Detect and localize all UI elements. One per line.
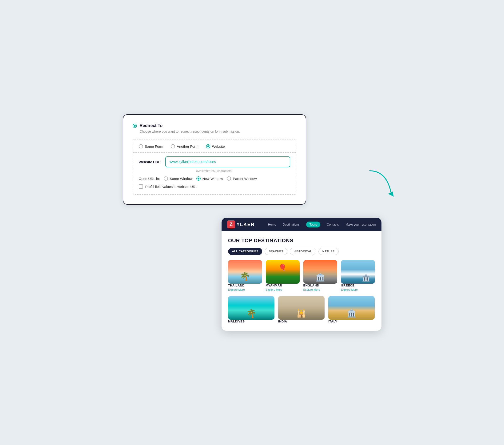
website-radio[interactable] <box>206 144 210 148</box>
dest-italy-name: ITALY <box>328 320 375 323</box>
logo: Z YLKER <box>227 220 255 228</box>
new-window-label: New Window <box>202 177 223 181</box>
prefill-row[interactable]: Prefill field values in website URL <box>139 184 290 189</box>
open-url-label: Open URL in: <box>139 177 160 181</box>
dest-maldives-img <box>228 296 274 320</box>
parent-window-radio[interactable] <box>227 177 231 181</box>
dest-india-name: INDIA <box>278 320 324 323</box>
redirect-desc: Choose where you want to redirect respon… <box>140 130 296 133</box>
redirect-title: Redirect To <box>140 123 163 128</box>
destinations-bottom-grid: MALDIVES INDIA ITALY <box>228 296 375 324</box>
dest-greece-img <box>341 260 375 284</box>
cat-beaches[interactable]: BEACHES <box>265 248 287 255</box>
nav-tours[interactable]: Tours <box>306 222 320 228</box>
dest-maldives-name: MALDIVES <box>228 320 274 323</box>
redirect-radio[interactable] <box>133 124 137 128</box>
divider <box>133 152 296 153</box>
nav-home[interactable]: Home <box>268 223 276 226</box>
navbar: Z YLKER Home Destinations Tours Contacts… <box>221 218 381 231</box>
nav-destinations[interactable]: Destinations <box>283 223 300 226</box>
form-card: Redirect To Choose where you want to red… <box>123 114 306 205</box>
cat-nature[interactable]: NATURE <box>318 248 339 255</box>
url-max-chars: (Maximum 250 characters) <box>139 169 290 173</box>
another-form-option[interactable]: Another Form <box>171 144 198 148</box>
same-form-radio[interactable] <box>139 144 143 148</box>
dest-greece-explore[interactable]: Explore More <box>341 288 375 291</box>
website-card: Z YLKER Home Destinations Tours Contacts… <box>221 218 381 331</box>
dest-england-name: ENGLAND <box>303 284 337 287</box>
dest-england: ENGLAND Explore More <box>303 260 337 291</box>
url-row: Website URL: <box>139 156 290 167</box>
scene: Redirect To Choose where you want to red… <box>123 114 381 331</box>
dest-thailand-name: THAILAND <box>228 284 262 287</box>
section-title: OUR TOP DESTINATIONS <box>228 238 375 244</box>
dest-maldives: MALDIVES <box>228 296 274 324</box>
same-window-option[interactable]: Same Window <box>164 177 193 181</box>
same-form-option[interactable]: Same Form <box>139 144 163 148</box>
redirect-arrow <box>367 166 396 199</box>
logo-name: YLKER <box>237 222 255 227</box>
dest-myanmar: MYANMAR Explore More <box>266 260 300 291</box>
same-window-radio[interactable] <box>164 177 168 181</box>
dest-thailand: THAILAND Explore More <box>228 260 262 291</box>
dest-myanmar-name: MYANMAR <box>266 284 300 287</box>
redirect-options-section: Same Form Another Form Website Website U… <box>133 139 296 195</box>
parent-window-option[interactable]: Parent Window <box>227 177 257 181</box>
dest-thailand-img <box>228 260 262 284</box>
url-input[interactable] <box>165 156 290 167</box>
prefill-checkbox[interactable] <box>139 184 143 189</box>
nav-links: Home Destinations Tours Contacts Make yo… <box>268 222 376 228</box>
dest-india-img <box>278 296 324 320</box>
dest-italy-img <box>328 296 375 320</box>
cat-historical[interactable]: HISTORICAL <box>290 248 316 255</box>
dest-england-explore[interactable]: Explore More <box>303 288 337 291</box>
dest-italy: ITALY <box>328 296 375 324</box>
prefill-label: Prefill field values in website URL <box>145 185 198 189</box>
website-option[interactable]: Website <box>206 144 225 148</box>
dest-greece-name: GREECE <box>341 284 375 287</box>
nav-reservation[interactable]: Make your reservation <box>345 223 376 226</box>
website-label: Website <box>212 144 225 148</box>
cat-all[interactable]: ALL CATEGORIES <box>228 248 262 255</box>
parent-window-label: Parent Window <box>233 177 257 181</box>
form-type-radio-group: Same Form Another Form Website <box>139 144 290 148</box>
another-form-radio[interactable] <box>171 144 175 148</box>
dest-greece: GREECE Explore More <box>341 260 375 291</box>
same-window-label: Same Window <box>170 177 193 181</box>
dest-thailand-explore[interactable]: Explore More <box>228 288 262 291</box>
open-url-row: Open URL in: Same Window New Window Pare… <box>139 177 290 181</box>
new-window-radio[interactable] <box>196 177 201 181</box>
dest-india: INDIA <box>278 296 324 324</box>
dest-myanmar-img <box>266 260 300 284</box>
same-form-label: Same Form <box>145 144 163 148</box>
dest-myanmar-explore[interactable]: Explore More <box>266 288 300 291</box>
nav-contacts[interactable]: Contacts <box>327 223 339 226</box>
new-window-option[interactable]: New Window <box>196 177 223 181</box>
category-buttons: ALL CATEGORIES BEACHES HISTORICAL NATURE <box>228 248 375 255</box>
another-form-label: Another Form <box>177 144 198 148</box>
dest-england-img <box>303 260 337 284</box>
main-content: OUR TOP DESTINATIONS ALL CATEGORIES BEAC… <box>221 231 381 331</box>
destinations-top-grid: THAILAND Explore More MYANMAR Explore Mo… <box>228 260 375 291</box>
url-label: Website URL: <box>139 160 162 164</box>
logo-z-letter: Z <box>227 220 235 228</box>
